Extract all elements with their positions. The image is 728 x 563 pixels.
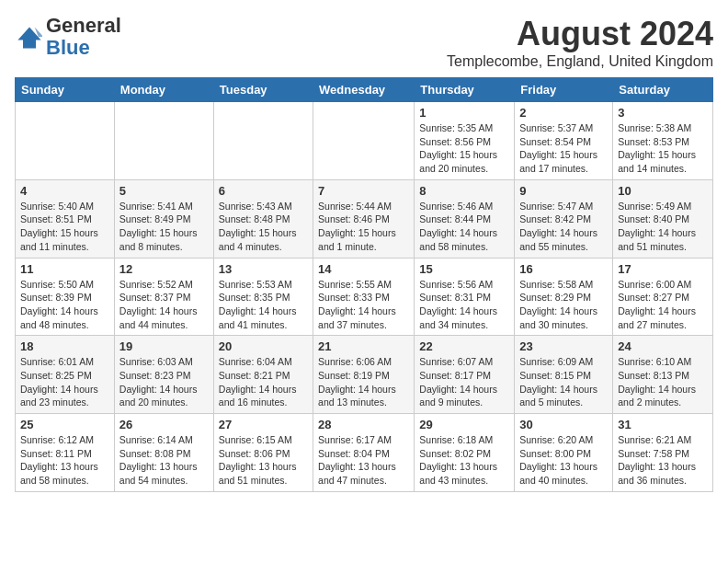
calendar-cell: 18Sunrise: 6:01 AMSunset: 8:25 PMDayligh… xyxy=(16,336,115,414)
column-header-sunday: Sunday xyxy=(16,78,115,102)
calendar-cell: 11Sunrise: 5:50 AMSunset: 8:39 PMDayligh… xyxy=(16,258,115,336)
day-number: 10 xyxy=(618,184,708,198)
day-number: 21 xyxy=(318,339,409,353)
calendar-cell: 9Sunrise: 5:47 AMSunset: 8:42 PMDaylight… xyxy=(515,179,613,258)
day-info: Sunrise: 5:37 AMSunset: 8:54 PMDaylight:… xyxy=(519,121,608,176)
calendar-cell: 15Sunrise: 5:56 AMSunset: 8:31 PMDayligh… xyxy=(415,258,515,336)
calendar-cell: 14Sunrise: 5:55 AMSunset: 8:33 PMDayligh… xyxy=(313,258,415,336)
day-number: 30 xyxy=(519,418,608,431)
day-info: Sunrise: 6:20 AMSunset: 8:00 PMDaylight:… xyxy=(519,433,608,488)
day-info: Sunrise: 5:52 AMSunset: 8:37 PMDaylight:… xyxy=(119,278,209,332)
calendar-cell: 2Sunrise: 5:37 AMSunset: 8:54 PMDaylight… xyxy=(515,102,613,180)
day-number: 14 xyxy=(318,262,409,276)
day-number: 31 xyxy=(618,418,708,431)
calendar-cell: 22Sunrise: 6:07 AMSunset: 8:17 PMDayligh… xyxy=(415,336,515,414)
calendar-cell: 12Sunrise: 5:52 AMSunset: 8:37 PMDayligh… xyxy=(114,258,213,336)
calendar-cell: 30Sunrise: 6:20 AMSunset: 8:00 PMDayligh… xyxy=(515,414,613,492)
day-info: Sunrise: 6:09 AMSunset: 8:15 PMDaylight:… xyxy=(519,355,608,409)
day-info: Sunrise: 5:49 AMSunset: 8:40 PMDaylight:… xyxy=(618,200,708,254)
day-number: 12 xyxy=(119,262,209,276)
day-info: Sunrise: 5:35 AMSunset: 8:56 PMDaylight:… xyxy=(419,121,509,176)
day-number: 4 xyxy=(20,184,109,198)
day-number: 22 xyxy=(419,339,509,353)
day-info: Sunrise: 6:00 AMSunset: 8:27 PMDaylight:… xyxy=(618,278,708,332)
calendar-cell: 4Sunrise: 5:40 AMSunset: 8:51 PMDaylight… xyxy=(16,179,115,258)
calendar-cell xyxy=(16,102,115,180)
day-info: Sunrise: 6:18 AMSunset: 8:02 PMDaylight:… xyxy=(419,433,509,488)
calendar-cell: 19Sunrise: 6:03 AMSunset: 8:23 PMDayligh… xyxy=(114,336,213,414)
calendar-cell: 17Sunrise: 6:00 AMSunset: 8:27 PMDayligh… xyxy=(613,258,713,336)
day-info: Sunrise: 6:07 AMSunset: 8:17 PMDaylight:… xyxy=(419,355,509,409)
day-info: Sunrise: 5:47 AMSunset: 8:42 PMDaylight:… xyxy=(519,200,608,254)
calendar-cell: 24Sunrise: 6:10 AMSunset: 8:13 PMDayligh… xyxy=(613,336,713,414)
day-info: Sunrise: 5:55 AMSunset: 8:33 PMDaylight:… xyxy=(318,278,409,332)
calendar-cell: 27Sunrise: 6:15 AMSunset: 8:06 PMDayligh… xyxy=(213,414,313,492)
calendar-cell: 29Sunrise: 6:18 AMSunset: 8:02 PMDayligh… xyxy=(415,414,515,492)
title-area: August 2024 Templecombe, England, United… xyxy=(447,15,713,70)
calendar-cell: 28Sunrise: 6:17 AMSunset: 8:04 PMDayligh… xyxy=(313,414,415,492)
day-number: 19 xyxy=(119,339,209,353)
calendar-table: SundayMondayTuesdayWednesdayThursdayFrid… xyxy=(15,77,713,492)
header-row: SundayMondayTuesdayWednesdayThursdayFrid… xyxy=(16,78,713,102)
calendar-cell: 5Sunrise: 5:41 AMSunset: 8:49 PMDaylight… xyxy=(114,179,213,258)
day-number: 5 xyxy=(119,184,209,198)
column-header-monday: Monday xyxy=(114,78,213,102)
header: General Blue August 2024 Templecombe, En… xyxy=(15,15,713,70)
day-number: 15 xyxy=(419,262,509,276)
month-year: August 2024 xyxy=(447,15,713,53)
calendar-week-2: 4Sunrise: 5:40 AMSunset: 8:51 PMDaylight… xyxy=(16,179,713,258)
day-number: 20 xyxy=(219,339,308,353)
calendar-cell: 3Sunrise: 5:38 AMSunset: 8:53 PMDaylight… xyxy=(613,102,713,180)
day-info: Sunrise: 6:17 AMSunset: 8:04 PMDaylight:… xyxy=(318,433,409,488)
logo-text: General Blue xyxy=(46,15,121,59)
calendar-body: 1Sunrise: 5:35 AMSunset: 8:56 PMDaylight… xyxy=(16,102,713,492)
day-number: 18 xyxy=(20,339,109,353)
calendar-cell: 20Sunrise: 6:04 AMSunset: 8:21 PMDayligh… xyxy=(213,336,313,414)
day-info: Sunrise: 6:03 AMSunset: 8:23 PMDaylight:… xyxy=(119,355,209,409)
calendar-week-5: 25Sunrise: 6:12 AMSunset: 8:11 PMDayligh… xyxy=(16,414,713,492)
calendar-cell: 21Sunrise: 6:06 AMSunset: 8:19 PMDayligh… xyxy=(313,336,415,414)
day-info: Sunrise: 5:38 AMSunset: 8:53 PMDaylight:… xyxy=(618,121,708,176)
day-info: Sunrise: 6:14 AMSunset: 8:08 PMDaylight:… xyxy=(119,433,209,488)
day-number: 7 xyxy=(318,184,409,198)
logo-blue: Blue xyxy=(46,36,90,59)
calendar-cell: 31Sunrise: 6:21 AMSunset: 7:58 PMDayligh… xyxy=(613,414,713,492)
day-number: 16 xyxy=(519,262,608,276)
column-header-saturday: Saturday xyxy=(613,78,713,102)
calendar-cell xyxy=(114,102,213,180)
day-info: Sunrise: 6:06 AMSunset: 8:19 PMDaylight:… xyxy=(318,355,409,409)
day-number: 23 xyxy=(519,339,608,353)
day-info: Sunrise: 5:44 AMSunset: 8:46 PMDaylight:… xyxy=(318,200,409,254)
day-number: 13 xyxy=(219,262,308,276)
calendar-cell: 26Sunrise: 6:14 AMSunset: 8:08 PMDayligh… xyxy=(114,414,213,492)
column-header-thursday: Thursday xyxy=(415,78,515,102)
calendar-week-3: 11Sunrise: 5:50 AMSunset: 8:39 PMDayligh… xyxy=(16,258,713,336)
day-number: 24 xyxy=(618,339,708,353)
calendar-cell: 23Sunrise: 6:09 AMSunset: 8:15 PMDayligh… xyxy=(515,336,613,414)
day-info: Sunrise: 6:12 AMSunset: 8:11 PMDaylight:… xyxy=(20,433,109,488)
calendar-cell: 25Sunrise: 6:12 AMSunset: 8:11 PMDayligh… xyxy=(16,414,115,492)
calendar-cell: 16Sunrise: 5:58 AMSunset: 8:29 PMDayligh… xyxy=(515,258,613,336)
day-info: Sunrise: 5:50 AMSunset: 8:39 PMDaylight:… xyxy=(20,278,109,332)
calendar-cell: 8Sunrise: 5:46 AMSunset: 8:44 PMDaylight… xyxy=(415,179,515,258)
day-number: 3 xyxy=(618,106,708,120)
column-header-friday: Friday xyxy=(515,78,613,102)
day-info: Sunrise: 5:58 AMSunset: 8:29 PMDaylight:… xyxy=(519,278,608,332)
calendar-header: SundayMondayTuesdayWednesdayThursdayFrid… xyxy=(16,78,713,102)
day-info: Sunrise: 6:04 AMSunset: 8:21 PMDaylight:… xyxy=(219,355,308,409)
location: Templecombe, England, United Kingdom xyxy=(447,53,713,70)
day-number: 11 xyxy=(20,262,109,276)
day-number: 6 xyxy=(219,184,308,198)
day-number: 1 xyxy=(419,106,509,120)
day-number: 2 xyxy=(519,106,608,120)
day-number: 26 xyxy=(119,418,209,431)
day-number: 27 xyxy=(219,418,308,431)
day-info: Sunrise: 5:56 AMSunset: 8:31 PMDaylight:… xyxy=(419,278,509,332)
day-number: 8 xyxy=(419,184,509,198)
day-number: 9 xyxy=(519,184,608,198)
day-info: Sunrise: 5:46 AMSunset: 8:44 PMDaylight:… xyxy=(419,200,509,254)
day-number: 25 xyxy=(20,418,109,431)
day-info: Sunrise: 6:15 AMSunset: 8:06 PMDaylight:… xyxy=(219,433,308,488)
day-info: Sunrise: 6:21 AMSunset: 7:58 PMDaylight:… xyxy=(618,433,708,488)
calendar-cell: 6Sunrise: 5:43 AMSunset: 8:48 PMDaylight… xyxy=(213,179,313,258)
